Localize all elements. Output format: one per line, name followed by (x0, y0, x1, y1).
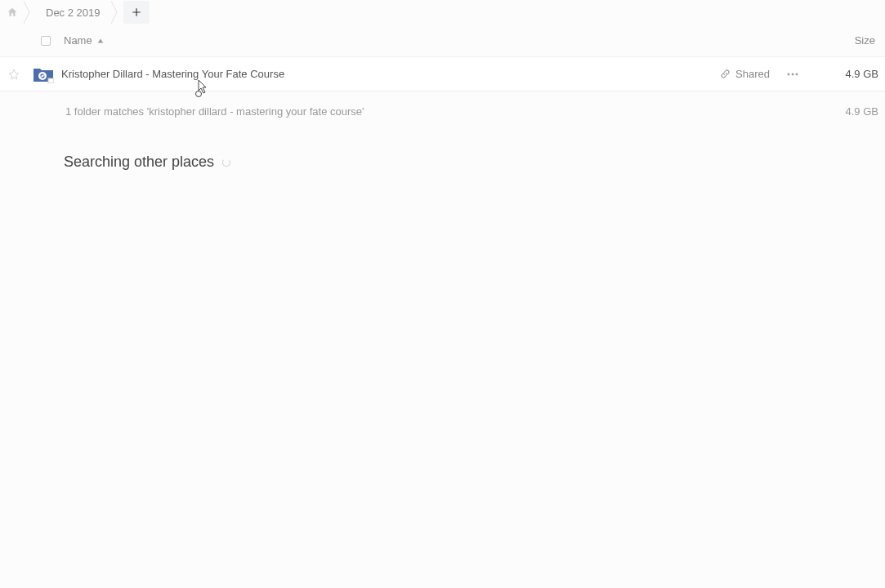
plus-icon (131, 7, 142, 18)
shared-label: Shared (735, 68, 770, 80)
spinner-icon (222, 158, 230, 167)
folder-link-icon (31, 65, 56, 83)
table-row[interactable]: Kristopher Dillard - Mastering Your Fate… (0, 57, 885, 91)
column-name[interactable]: Name (64, 34, 829, 47)
favorite-star-button[interactable] (5, 69, 23, 80)
breadcrumb-bar: Dec 2 2019 (0, 0, 885, 24)
chevron-right-icon (23, 1, 31, 24)
svg-point-4 (796, 73, 798, 75)
file-name[interactable]: Kristopher Dillard - Mastering Your Fate… (61, 68, 720, 80)
sort-asc-icon (97, 38, 104, 44)
shared-indicator[interactable]: Shared (720, 68, 770, 80)
breadcrumb-current[interactable]: Dec 2 2019 (31, 1, 110, 24)
results-summary-text: 1 folder matches 'kristopher dillard - m… (65, 105, 834, 118)
breadcrumb-current-label: Dec 2 2019 (46, 7, 101, 19)
column-size[interactable]: Size (829, 34, 878, 47)
file-size: 4.9 GB (834, 68, 878, 80)
star-icon (8, 69, 20, 80)
chevron-right-icon (110, 1, 118, 24)
home-icon[interactable] (2, 0, 23, 24)
dots-horizontal-icon (787, 73, 798, 76)
svg-point-2 (788, 73, 790, 75)
searching-heading: Searching other places (0, 121, 885, 171)
column-header-row: Name Size (0, 24, 885, 57)
searching-heading-label: Searching other places (64, 154, 214, 171)
svg-rect-1 (48, 78, 54, 83)
svg-point-0 (38, 72, 47, 80)
add-button[interactable] (123, 1, 150, 24)
results-summary-size: 4.9 GB (834, 105, 878, 118)
svg-point-3 (792, 73, 794, 75)
more-actions-button[interactable] (784, 73, 801, 76)
results-summary: 1 folder matches 'kristopher dillard - m… (0, 91, 885, 121)
column-name-label: Name (64, 34, 92, 47)
column-size-label: Size (855, 34, 875, 47)
link-icon (720, 69, 731, 79)
select-all-checkbox[interactable] (41, 36, 51, 46)
